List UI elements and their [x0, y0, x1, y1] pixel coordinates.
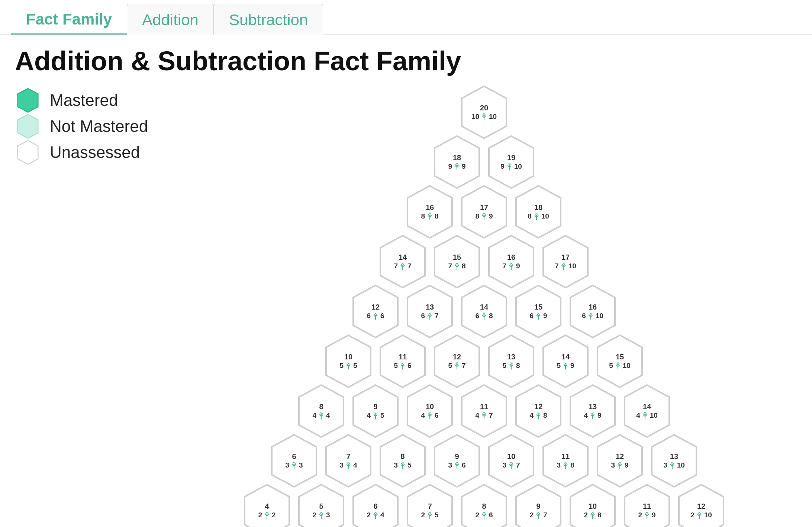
svg-line-242 [348, 462, 349, 463]
legend-mastered: Mastered [15, 87, 171, 113]
unassessed-hex-icon [15, 139, 41, 165]
svg-line-82 [564, 263, 564, 264]
legend: Mastered Not Mastered Unassessed [15, 87, 171, 527]
hex-pyramid: 20 10 10 18 9 [186, 87, 783, 527]
svg-line-266 [511, 462, 512, 463]
svg-line-314 [376, 512, 376, 513]
svg-line-26 [509, 164, 510, 165]
svg-line-66 [457, 263, 458, 264]
svg-line-122 [591, 313, 592, 314]
svg-line-90 [376, 313, 376, 314]
legend-not-mastered: Not Mastered [15, 113, 171, 139]
svg-line-18 [457, 164, 458, 165]
svg-line-290 [672, 462, 673, 463]
svg-line-154 [511, 363, 512, 364]
svg-marker-2 [18, 140, 38, 164]
svg-line-114 [538, 313, 539, 314]
svg-line-306 [321, 512, 322, 513]
hex-cell[interactable]: 12 2 10 [675, 481, 728, 527]
main-content: Mastered Not Mastered Unassessed 20 10 [0, 87, 812, 527]
not-mastered-hex-icon [15, 113, 41, 139]
legend-unassessed: Unassessed [15, 139, 171, 165]
svg-line-322 [430, 512, 431, 513]
svg-line-42 [484, 213, 485, 214]
mastered-hex-icon [15, 87, 41, 113]
svg-line-282 [620, 462, 621, 463]
svg-line-98 [430, 313, 431, 314]
svg-line-258 [457, 462, 458, 463]
tab-addition[interactable]: Addition [127, 4, 214, 35]
svg-line-338 [538, 512, 539, 513]
svg-line-354 [647, 512, 648, 513]
page-header: Addition & Subtraction Fact Family [0, 35, 812, 87]
tab-subtraction[interactable]: Subtraction [214, 4, 323, 35]
hex-row: 4 2 2 5 2 [240, 481, 728, 527]
tab-fact-family[interactable]: Fact Family [11, 4, 127, 35]
hex-cell[interactable]: 8 2 6 [458, 481, 510, 527]
unassessed-label: Unassessed [50, 143, 140, 162]
svg-line-218 [593, 413, 593, 414]
svg-line-194 [430, 413, 431, 414]
hex-cell[interactable]: 6 2 4 [349, 481, 402, 527]
svg-line-58 [403, 263, 403, 264]
svg-line-74 [511, 263, 512, 264]
svg-line-10 [484, 114, 485, 115]
svg-line-362 [699, 512, 700, 513]
mastered-label: Mastered [50, 91, 118, 110]
svg-line-106 [484, 313, 485, 314]
svg-line-50 [536, 213, 537, 214]
svg-line-186 [376, 413, 376, 414]
svg-line-234 [294, 462, 295, 463]
svg-line-170 [618, 363, 619, 364]
svg-line-146 [457, 363, 458, 364]
page-title: Addition & Subtraction Fact Family [15, 46, 797, 76]
svg-line-210 [538, 413, 539, 414]
svg-line-138 [403, 363, 403, 364]
svg-line-202 [484, 413, 485, 414]
svg-line-226 [645, 413, 646, 414]
svg-line-130 [348, 363, 349, 364]
svg-line-274 [566, 462, 566, 463]
svg-line-250 [403, 462, 403, 463]
tab-bar: Fact Family Addition Subtraction [0, 0, 812, 35]
hex-cell[interactable]: 11 2 9 [621, 481, 673, 527]
hex-cell[interactable]: 9 2 7 [512, 481, 565, 527]
svg-line-298 [267, 512, 268, 513]
not-mastered-label: Not Mastered [50, 117, 148, 136]
svg-line-162 [566, 363, 566, 364]
svg-marker-1 [18, 114, 38, 138]
svg-line-34 [430, 213, 431, 214]
svg-marker-0 [18, 88, 38, 112]
svg-line-178 [321, 413, 322, 414]
svg-line-346 [593, 512, 593, 513]
hex-cell[interactable]: 7 2 5 [403, 481, 456, 527]
hex-cell[interactable]: 4 2 2 [241, 481, 293, 527]
svg-line-330 [484, 512, 485, 513]
hex-cell[interactable]: 10 2 8 [566, 481, 619, 527]
hex-cell[interactable]: 5 2 3 [295, 481, 348, 527]
pyramid-chart: 20 10 10 18 9 [171, 87, 797, 527]
